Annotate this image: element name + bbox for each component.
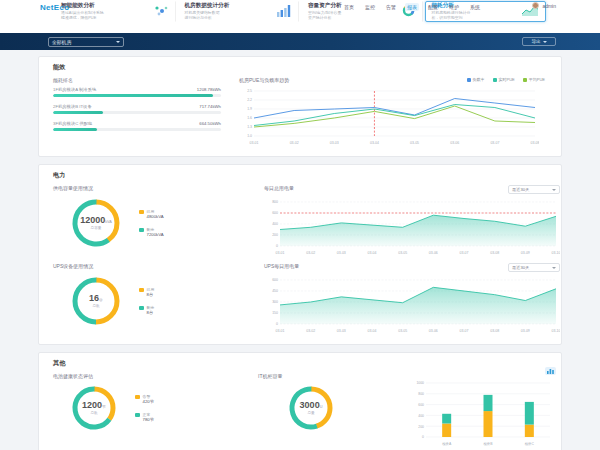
ranking-row-2: 3F机房模块C 供配电664.50kWh <box>53 121 221 131</box>
battery-donut-chart: 1200节 总数 <box>69 383 119 433</box>
topnav-link-6[interactable]: 系统 <box>468 3 482 11</box>
daily-power-range-dropdown[interactable]: 最近30天 <box>508 185 560 194</box>
svg-text:03-02: 03-02 <box>306 251 315 255</box>
battery-donut-title: 电池健康状态评估 <box>53 373 258 379</box>
ranking-value: 717.74kWh <box>199 104 221 109</box>
legend-square-icon <box>139 210 144 215</box>
donut-legend-value: 7200kVA <box>147 232 164 238</box>
donut-legend-value: 8台 <box>147 292 155 298</box>
battery-total-value: 1200 <box>82 400 102 410</box>
topnav-link-1[interactable]: 监控 <box>363 3 377 11</box>
svg-text:模块A: 模块A <box>442 442 452 446</box>
donut-legend-text: 剩余7200kVA <box>147 227 164 238</box>
panel-power: 电力 供电容量使用情况 12000kVA 总容量 已用4800kVA剩余7200… <box>38 164 562 345</box>
donut-legend-item-0: 告警420节 <box>135 394 154 405</box>
ups-donut-chart: 16台 总数 <box>69 274 123 328</box>
daily-power-block: 每日总用电量 最近30天 800600400200003-0103-0203-0… <box>258 185 560 259</box>
toolbar-action-label: 导出 <box>531 39 540 44</box>
feature-card-desc: 进行统计与分析 <box>185 16 230 21</box>
legend-label: 负载率 <box>473 77 485 82</box>
capacity-total-sub: 总容量 <box>91 226 102 230</box>
ups-total-unit: 台 <box>99 298 103 302</box>
rack-donut-chart: 3000U 总量 <box>286 383 336 433</box>
svg-text:400: 400 <box>418 414 424 418</box>
legend-dot-icon <box>493 78 497 82</box>
user-avatar[interactable] <box>532 2 539 9</box>
range-value: 最近30天 <box>512 187 529 192</box>
ranking-line: 3F机房模块C 供配电664.50kWh <box>53 121 221 126</box>
feature-card-text: 容量资产分析空间/电力/制冷容量资产统计分析 <box>308 2 342 21</box>
feature-card-0[interactable]: 智能能效分析通过AI算法分析制冷系统精准调优，降低PUE <box>54 1 176 22</box>
usage-bars-block: 10008006004002000模块A模块B模块C <box>408 373 558 450</box>
ranking-label: 2F机房模块B IT设备 <box>53 104 92 109</box>
svg-text:800: 800 <box>272 200 278 204</box>
capacity-donut-chart: 12000kVA 总容量 <box>69 196 123 250</box>
username[interactable]: admin <box>542 3 556 9</box>
trend-legend-item-0: 负载率 <box>467 77 485 82</box>
panel-other-title: 其他 <box>53 359 547 368</box>
ups-power-range-dropdown[interactable]: 最近30天 <box>508 263 560 272</box>
svg-text:03-01: 03-01 <box>276 251 285 255</box>
chart-switch-icon[interactable] <box>545 367 556 375</box>
rack-donut-block: IT机柜容量 3000U 总量 <box>258 373 408 450</box>
app-header: NetEco 首页监控告警报表配置维护系统 admin 智能能效分析通过AI算法… <box>0 1 600 33</box>
svg-text:03-10: 03-10 <box>552 251 560 255</box>
feature-card-desc: 资产统计分析 <box>308 16 342 21</box>
svg-text:1.9: 1.9 <box>247 107 252 111</box>
legend-dot-icon <box>523 78 527 82</box>
top-nav: 首页监控告警报表配置维护系统 <box>342 3 482 11</box>
ranking-label: 3F机房模块C 供配电 <box>53 121 92 126</box>
ups-total-value: 16 <box>89 293 99 303</box>
trend-legend-item-2: 平均PUE <box>523 77 545 82</box>
svg-text:03-04: 03-04 <box>368 251 377 255</box>
svg-text:200: 200 <box>272 233 278 237</box>
svg-text:600: 600 <box>272 211 278 215</box>
daily-power-area-chart: 800600400200003-0103-0203-0303-0403-0503… <box>264 197 560 255</box>
topnav-link-0[interactable]: 首页 <box>342 3 356 11</box>
donut-legend-value: 8台 <box>147 310 155 316</box>
svg-text:03-03: 03-03 <box>337 329 346 333</box>
svg-text:03-04: 03-04 <box>370 141 379 145</box>
svg-text:2.2: 2.2 <box>247 98 252 102</box>
donut-legend-item-0: 已用4800kVA <box>139 209 164 220</box>
donut-legend-text: 正常780节 <box>143 412 154 423</box>
battery-donut-block: 电池健康状态评估 1200节 总数 告警420节正常780节 <box>53 373 258 450</box>
ups-power-title: UPS每日用电量 <box>264 263 299 269</box>
legend-label: 平均PUE <box>529 77 545 82</box>
usage-stacked-bar-chart: 10008006004002000模块A模块B模块C <box>408 375 558 447</box>
donut-legend-item-1: 剩余8台 <box>139 305 154 316</box>
capacity-donut-block: 供电容量使用情况 12000kVA 总容量 已用4800kVA剩余7200kVA <box>53 185 258 259</box>
toolbar-action-button[interactable]: 导出 <box>522 37 556 46</box>
ranking-bar-fill <box>53 128 97 131</box>
pue-trend-chart: 2.52.21.91.61.31.003-0103-0203-0303-0403… <box>239 87 539 145</box>
topnav-link-3[interactable]: 报表 <box>405 3 419 11</box>
svg-text:03-06: 03-06 <box>429 329 438 333</box>
panel-energy-efficiency: 能效 能耗排名 1F机房模块A 制冷系统1208.78kWh2F机房模块B IT… <box>38 56 562 157</box>
svg-text:0: 0 <box>276 322 278 326</box>
topnav-link-4[interactable]: 配置 <box>426 3 440 11</box>
svg-text:03-06: 03-06 <box>429 251 438 255</box>
neteco-logo: NetEco <box>40 3 69 12</box>
ranking-bar-track <box>53 128 221 131</box>
panel-other: 其他 电池健康状态评估 1200节 总数 告警420节正常780节 IT机柜容量 <box>38 352 562 450</box>
ranking-bar-track <box>53 94 221 97</box>
capacity-total-unit: kVA <box>105 220 112 224</box>
svg-text:03-02: 03-02 <box>290 141 299 145</box>
topnav-link-5[interactable]: 维护 <box>447 3 461 11</box>
feature-card-title: 容量资产分析 <box>308 2 342 10</box>
feature-card-1[interactable]: 机房数据统计分析对机房关键指标数据进行统计与分析 <box>178 1 300 22</box>
donut-legend-item-1: 正常780节 <box>135 412 154 423</box>
trend-legend-item-1: 实时PUE <box>493 77 515 82</box>
svg-text:03-03: 03-03 <box>330 141 339 145</box>
svg-text:450: 450 <box>272 289 278 293</box>
legend-square-icon <box>139 228 144 233</box>
topnav-link-2[interactable]: 告警 <box>384 3 398 11</box>
svg-text:03-08: 03-08 <box>490 251 499 255</box>
svg-text:150: 150 <box>272 311 278 315</box>
svg-text:1.0: 1.0 <box>247 134 252 138</box>
bar-icon <box>276 3 292 21</box>
chevron-down-icon <box>116 41 120 43</box>
user-box: admin <box>532 2 556 9</box>
battery-total-sub: 总数 <box>90 411 97 415</box>
site-select-dropdown[interactable]: 全部机房 <box>48 37 124 47</box>
